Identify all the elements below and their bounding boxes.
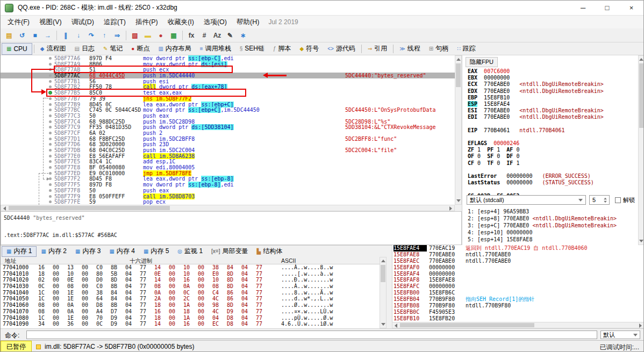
arg-count-stepper[interactable]: 5 [589,195,610,205]
menu-item[interactable]: 文件(F) [3,16,34,28]
breakpoint-dot-cell[interactable] [48,113,54,119]
tab-handles[interactable]: ⊞句柄 [425,43,453,55]
scroll-up-icon[interactable] [456,58,461,61]
register-line[interactable] [468,186,637,192]
tab-memory-2[interactable]: ▦内存 2 [37,246,70,257]
comments-button[interactable]: ▬ [142,30,154,41]
checkbox-icon[interactable] [615,197,621,203]
tab-cpu[interactable]: ▦CPU [2,43,32,55]
breakpoint-slot-icon[interactable] [49,149,52,152]
patches-button[interactable]: ▧ [129,30,141,41]
stack-row[interactable]: 15E8FB0015E8FB6C [392,290,644,296]
register-line[interactable]: ESP 15E8FAE4 [468,101,637,107]
breakpoint-dot-cell[interactable] [48,102,54,107]
tab-memory-5[interactable]: ▦内存 5 [139,246,173,257]
disasm-row[interactable]: 5D8F77C9FF35 0481D35Dpush dword ptr ds:[… [1,124,455,130]
scroll-left-icon[interactable] [395,324,397,328]
scroll-down-icon[interactable] [381,323,385,326]
disasm-row[interactable]: 5D8F77E0E8 56EAFAFFcall im.5D8A6238 [1,153,455,159]
memory-row[interactable]: 7704100016001300C08B04771400100038840477… [1,264,380,271]
memory-row[interactable]: 770410501C001E00648404772A002C004C860477… [1,296,380,302]
breakpoint-dot-cell[interactable] [48,153,54,159]
register-line[interactable]: EFLAGS 00000246 [468,140,637,147]
memory-row[interactable]: 7704101018001000805B04770E001000E08D0477… [1,271,380,277]
tab-memory-1[interactable]: ▦内存 1 [2,246,37,257]
disasm-row[interactable]: 5D8F77AC68 4044C45Dpush im.5DC444405DC44… [1,73,455,78]
breakpoint-slot-icon[interactable] [49,103,52,106]
assemble-button[interactable]: fx [185,30,197,41]
minimize-button[interactable]: ─ [571,1,595,16]
disasm-row[interactable]: 5D8F77F9E8 050FFEFFcall im.5D8D8703 [1,193,455,199]
disasm-row[interactable]: 5D8F77EDE9 0C010000jmp im.5D8F78FE [1,170,455,176]
breakpoint-slot-icon[interactable] [49,120,52,123]
disasm-row[interactable]: 5D8F77E8BF 05400080mov edi,80004005 [1,164,455,170]
disasm-row[interactable]: 5D8F77BCC745 0C 5044C45Dmov dword ptr ss… [1,107,455,113]
stack-row[interactable]: 15E8FAEC770EABE0ntdll.770EABE0 [392,258,644,264]
tab-symbols[interactable]: ◆符号 [296,43,324,55]
memory-row[interactable]: 77041090340036000CD9047714001600ECD80477… [1,321,380,327]
stack-row[interactable]: 15E8FAE8770EABE0ntdll.770EABE0 [392,252,644,258]
registers-pane[interactable]: 隐藏FPU EAX 007C6000EBX 00000000ECX 770EAB… [462,55,638,245]
disasm-row[interactable]: 5D8F77E583C4 1Cadd esp,1C [1,159,455,164]
breakpoint-slot-icon[interactable] [49,189,52,192]
breakpoint-slot-icon[interactable] [49,195,52,198]
disasm-row[interactable]: 5D8F77F850push eax [1,188,455,193]
argument-row[interactable]: 5: [esp+14] 15E8FAE8 [468,236,637,243]
register-line[interactable]: CF 0 TF 0 IF 1 [468,160,637,167]
memory-row[interactable]: 770410801C001E0070D9047718001A0004D80477… [1,315,380,321]
breakpoint-slot-icon[interactable] [49,85,52,88]
scroll-down-icon[interactable] [639,240,643,242]
execute-till-return-button[interactable]: ↑ [98,30,110,41]
tab-struct[interactable]: ▙结构体 [253,246,287,257]
register-line[interactable]: EDI 770EABE0 <ntdll.DbgUiRemoteBreakin> [468,114,637,120]
tab-memory-3[interactable]: ▦内存 3 [71,246,105,257]
register-line[interactable]: ECX 770EABE0 <ntdll.DbgUiRemoteBreakin> [468,81,637,88]
tab-memory-map[interactable]: ▥内存布局 [154,43,195,55]
stack-row[interactable]: 15E8FB08770B9F80ntdll.770B9F80 [392,303,644,309]
menu-item[interactable]: 追踪(T) [99,16,131,28]
stepper-arrows-icon[interactable] [602,196,609,204]
run-to-user-code-button[interactable]: ⇒ [111,30,123,41]
command-mode-select[interactable]: 默认 [600,331,640,339]
stack-row[interactable]: 15E8FAF400000000 [392,271,644,277]
stack-row[interactable]: 15E8FAF815E8FAE8 [392,277,644,283]
restart-button[interactable]: ↺ [16,30,28,41]
breakpoint-slot-icon[interactable] [49,132,52,134]
breakpoint-dot-cell[interactable] [48,199,54,205]
stack-row[interactable]: 15E8FAF000000000 [392,264,644,271]
step-over-button[interactable]: ↷ [85,30,97,41]
disasm-row[interactable]: 5D8F77B156push esi [1,78,455,84]
breakpoint-dot-cell[interactable] [48,170,54,176]
breakpoint-dot-cell[interactable] [48,78,54,84]
breakpoint-slot-icon[interactable] [49,200,52,203]
stack-row[interactable]: 15E8FAFC00000000 [392,283,644,290]
scroll-left-icon[interactable] [3,206,6,211]
menu-item[interactable]: 收藏夹(I) [163,16,199,28]
tab-call-stack[interactable]: ≡调用堆栈 [196,43,235,55]
calling-convention-select[interactable]: 默认 (stdcall) [467,195,586,205]
disasm-row[interactable]: 5D8F77DB68 04C0C25Dpush im.5DC2C0045DC2C… [1,147,455,153]
breakpoint-slot-icon[interactable] [49,160,52,163]
disasm-row[interactable]: 5D8F77D668 3D020000push 23D [1,141,455,147]
register-line[interactable]: EDX 770EABE0 <ntdll.DbgUiRemoteBreakin> [468,88,637,95]
breakpoint-dot-cell[interactable] [48,130,54,136]
breakpoint-dot-cell[interactable] [48,119,54,125]
menu-item[interactable]: 插件(P) [131,16,163,28]
disasm-row[interactable]: 5D8F77F5897D F8mov dword ptr ss:[ebp-8],… [1,182,455,188]
menu-item[interactable]: 选项(O) [199,16,232,28]
tab-memory-4[interactable]: ▦内存 4 [105,246,139,257]
calculator-button[interactable]: # [198,30,210,41]
register-line[interactable]: ESI 770EABE0 <ntdll.DbgUiRemoteBreakin> [468,107,637,114]
memory-row[interactable]: 7704106008000A00D88B047718001A00988D0477… [1,302,380,308]
tab-graph[interactable]: ◆流程图 [36,43,70,55]
memory-row[interactable]: 770410401C001E00388404770A000C00C4860477… [1,290,380,296]
breakpoint-slot-icon[interactable] [49,155,52,157]
disassembly-pane[interactable]: 5D8F77A6897D F4mov dword ptr ss:[ebp-C],… [1,55,455,205]
stack-pane[interactable]: 15E8FAE4770EAC19返回到 ntdll.770EAC19 自 ntd… [392,245,644,322]
maximize-button[interactable]: □ [595,1,619,16]
register-line[interactable]: EIP 770B4061 ntdll.770B4061 [468,127,637,134]
breakpoint-slot-icon[interactable] [49,126,52,128]
menu-item[interactable]: 视图(V) [34,16,67,28]
disassembly-vscrollbar[interactable] [455,55,462,205]
disasm-row[interactable]: 5D8F77C350push eax [1,113,455,119]
